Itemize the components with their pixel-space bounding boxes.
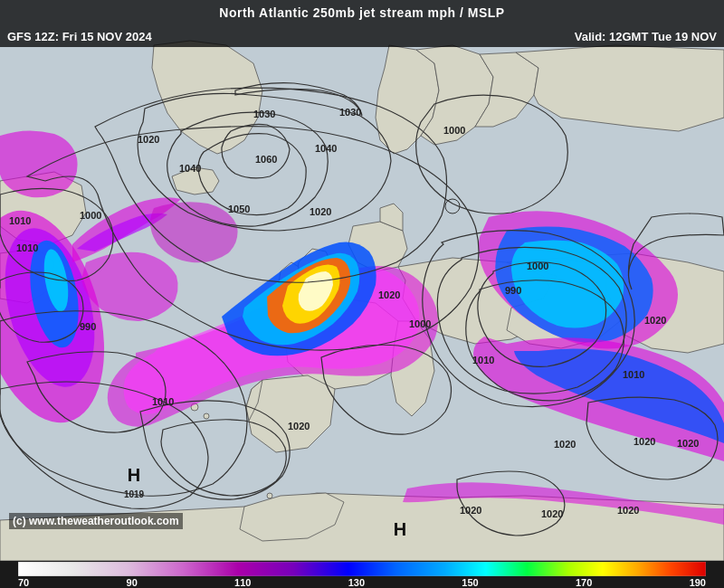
- svg-text:1010: 1010: [9, 215, 31, 226]
- svg-text:1010: 1010: [152, 396, 174, 407]
- svg-text:1020: 1020: [138, 134, 159, 145]
- colorbar-container: 70 90 110 130 150 170 190: [0, 561, 724, 588]
- svg-text:990: 990: [505, 285, 521, 296]
- svg-text:1020: 1020: [617, 505, 639, 516]
- colorbar-labels: 70 90 110 130 150 170 190: [18, 577, 706, 588]
- svg-rect-40: [18, 562, 706, 576]
- svg-text:1020: 1020: [541, 508, 563, 519]
- colorbar: [18, 562, 706, 576]
- gfs-run-label: GFS 12Z: Fri 15 NOV 2024: [7, 30, 152, 43]
- chart-title: North Atlantic 250mb jet stream mph / MS…: [219, 5, 504, 20]
- svg-text:1020: 1020: [634, 436, 655, 447]
- svg-text:1040: 1040: [315, 143, 337, 154]
- colorbar-wrapper: 70 90 110 130 150 170 190: [9, 562, 715, 588]
- svg-text:1019: 1019: [124, 489, 145, 499]
- svg-text:990: 990: [80, 321, 96, 332]
- map-area: 1060 1050 1040 1040 1030 1030 1020 1020 …: [0, 0, 724, 561]
- svg-text:1060: 1060: [255, 154, 277, 165]
- svg-text:1000: 1000: [527, 261, 548, 271]
- svg-text:1020: 1020: [378, 289, 400, 300]
- cb-label-150: 150: [462, 577, 478, 588]
- svg-text:1040: 1040: [179, 163, 201, 174]
- svg-text:1000: 1000: [80, 210, 101, 221]
- svg-text:1020: 1020: [288, 421, 310, 432]
- cb-label-190: 190: [690, 577, 706, 588]
- svg-text:1010: 1010: [472, 355, 494, 365]
- svg-text:1030: 1030: [339, 107, 361, 118]
- svg-text:H: H: [128, 465, 140, 485]
- svg-text:1030: 1030: [253, 109, 275, 119]
- map-svg: 1060 1050 1040 1040 1030 1030 1020 1020 …: [0, 0, 724, 561]
- main-container: 1060 1050 1040 1040 1030 1030 1020 1020 …: [0, 0, 724, 588]
- svg-text:1020: 1020: [310, 206, 331, 217]
- cb-label-170: 170: [576, 577, 592, 588]
- cb-label-70: 70: [18, 577, 29, 588]
- svg-text:1020: 1020: [554, 439, 576, 450]
- subtitle-bar: GFS 12Z: Fri 15 NOV 2024 Valid: 12GMT Tu…: [0, 25, 724, 47]
- svg-text:1020: 1020: [460, 505, 481, 516]
- svg-point-3: [267, 493, 272, 498]
- svg-text:1000: 1000: [443, 125, 465, 136]
- svg-text:1010: 1010: [623, 369, 644, 380]
- title-bar: North Atlantic 250mb jet stream mph / MS…: [0, 0, 724, 25]
- svg-text:1050: 1050: [228, 204, 250, 214]
- cb-label-90: 90: [127, 577, 138, 588]
- svg-text:H: H: [394, 519, 406, 539]
- svg-text:1020: 1020: [677, 438, 699, 449]
- cb-label-130: 130: [348, 577, 365, 588]
- cb-label-110: 110: [234, 577, 251, 588]
- copyright-label: (c) www.theweatheroutlook.com: [9, 513, 183, 529]
- svg-point-2: [204, 413, 209, 419]
- valid-time-label: Valid: 12GMT Tue 19 NOV: [575, 30, 717, 43]
- svg-text:1020: 1020: [644, 315, 666, 326]
- svg-text:1010: 1010: [16, 242, 38, 253]
- svg-text:1000: 1000: [409, 318, 431, 329]
